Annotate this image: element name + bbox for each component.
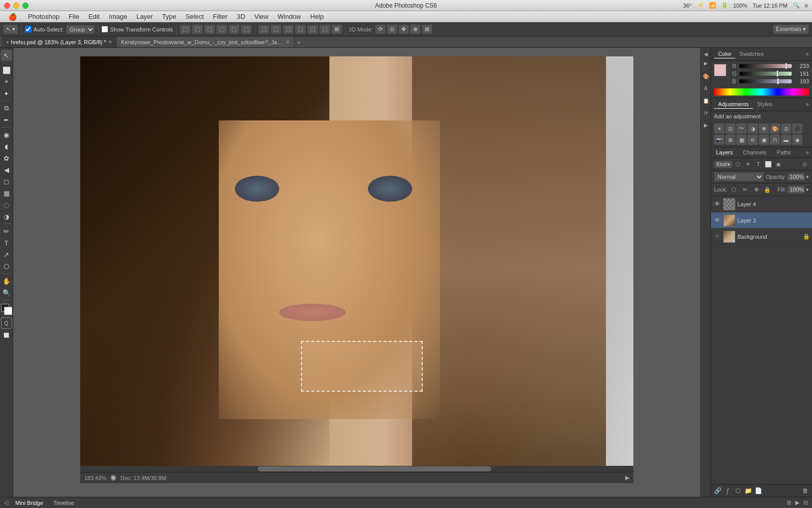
color-lookup-btn[interactable]: ▦ bbox=[736, 135, 747, 145]
tab-styles[interactable]: Styles bbox=[753, 100, 776, 109]
background-color[interactable] bbox=[4, 307, 12, 315]
gradient-tool[interactable]: ▦ bbox=[1, 187, 12, 199]
panel-icon-text[interactable]: A bbox=[702, 84, 710, 92]
eyedropper-tool[interactable]: ✒ bbox=[1, 114, 12, 125]
fill-dropdown-icon[interactable]: ▾ bbox=[806, 186, 809, 193]
shapes-tool[interactable]: ⬡ bbox=[1, 261, 12, 272]
scroll-right-icon[interactable]: ▶ bbox=[625, 474, 629, 481]
fill-value[interactable]: 100% bbox=[787, 185, 805, 194]
crop-tool[interactable]: ⧉ bbox=[1, 103, 12, 114]
layer-item[interactable]: 👁 Layer 3 bbox=[711, 212, 812, 229]
color-balance-btn[interactable]: ⚖ bbox=[781, 123, 791, 134]
hand-tool[interactable]: ✋ bbox=[1, 275, 12, 287]
filter-type-btn[interactable]: T bbox=[754, 160, 763, 169]
levels-btn[interactable]: ⊡ bbox=[725, 123, 735, 134]
clone-stamp-tool[interactable]: ✿ bbox=[1, 152, 12, 164]
menu-photoshop[interactable]: Photoshop bbox=[24, 12, 63, 21]
channel-mixer-btn[interactable]: ⊞ bbox=[725, 135, 735, 145]
tab-paths[interactable]: Paths bbox=[772, 147, 796, 157]
3d-rotate[interactable]: ⟳ bbox=[375, 24, 386, 34]
threshold-btn[interactable]: ⊓ bbox=[770, 135, 780, 145]
delete-layer-btn[interactable]: 🗑 bbox=[801, 486, 810, 495]
new-layer-btn[interactable]: 📄 bbox=[754, 486, 763, 495]
tab-adjustments[interactable]: Adjustments bbox=[714, 100, 753, 109]
active-document-tab[interactable]: ● hrehu.psd @ 183% (Layer 3, RGB/8) * ✕ bbox=[2, 37, 117, 47]
menu-type[interactable]: Type bbox=[158, 12, 180, 21]
panel-icon-history[interactable]: ⟳ bbox=[702, 109, 710, 117]
layer-visibility-toggle[interactable]: 👁 bbox=[713, 216, 721, 225]
adjustments-panel-menu[interactable]: ≡ bbox=[806, 102, 809, 107]
layer-visibility-toggle[interactable]: 👁 bbox=[713, 233, 721, 241]
auto-select-checkbox[interactable] bbox=[25, 26, 31, 33]
apple-menu[interactable]: 🍎 bbox=[4, 12, 21, 22]
lock-pixels-btn[interactable]: ✏ bbox=[740, 185, 750, 194]
menu-window[interactable]: Window bbox=[274, 12, 305, 21]
history-brush-tool[interactable]: ◀ bbox=[1, 164, 12, 175]
menu-edit[interactable]: Edit bbox=[84, 12, 104, 21]
filter-toggle-btn[interactable]: ⊙ bbox=[800, 160, 809, 169]
expand-icon[interactable]: ⊟ bbox=[803, 499, 808, 506]
tab-close-icon-2[interactable]: ✕ bbox=[286, 39, 290, 45]
lock-transparent-btn[interactable]: ⬡ bbox=[729, 185, 738, 194]
screen-mode[interactable]: ⬜ bbox=[1, 330, 12, 341]
search-icon[interactable]: 🔍 bbox=[793, 2, 800, 9]
green-value[interactable]: 191 bbox=[794, 71, 809, 77]
blue-slider[interactable] bbox=[739, 79, 792, 83]
red-slider[interactable] bbox=[739, 64, 792, 68]
blur-tool[interactable]: ◌ bbox=[1, 199, 12, 210]
panel-icon-color[interactable]: 🎨 bbox=[702, 72, 710, 80]
path-selection-tool[interactable]: ↗ bbox=[1, 249, 12, 260]
tab-channels[interactable]: Channels bbox=[738, 147, 771, 157]
foreground-background-colors[interactable] bbox=[1, 304, 12, 315]
align-bottom[interactable]: ⬚ bbox=[204, 24, 215, 34]
3d-slide[interactable]: ⊕ bbox=[410, 24, 421, 34]
curves-btn[interactable]: 〜 bbox=[736, 123, 747, 134]
layer-item[interactable]: 👁 Layer 4 bbox=[711, 196, 812, 212]
tab-color[interactable]: Color bbox=[714, 50, 735, 58]
workspace-switcher[interactable]: Essentials ▾ bbox=[773, 24, 809, 34]
tab-overflow-button[interactable]: » bbox=[294, 37, 303, 47]
distribute-top[interactable]: ⬚ bbox=[258, 24, 269, 34]
panel-strip-btn-1[interactable]: ◀ bbox=[702, 50, 710, 58]
auto-align[interactable]: ⊞ bbox=[331, 24, 342, 34]
add-style-btn[interactable]: ƒ bbox=[723, 486, 732, 495]
selective-color-btn[interactable]: ◉ bbox=[792, 135, 802, 145]
photo-filter-btn[interactable]: 📷 bbox=[714, 135, 724, 145]
mini-bridge-btn[interactable]: Mini Bridge bbox=[12, 499, 46, 506]
green-slider[interactable] bbox=[739, 72, 792, 76]
posterize-btn[interactable]: ▣ bbox=[759, 135, 769, 145]
quick-mask-mode[interactable]: Q bbox=[1, 318, 12, 329]
link-layers-btn[interactable]: 🔗 bbox=[713, 486, 722, 495]
opacity-dropdown-icon[interactable]: ▾ bbox=[806, 174, 809, 180]
panel-strip-btn-2[interactable]: ▶ bbox=[702, 59, 710, 67]
rectangular-marquee-tool[interactable]: ⬜ bbox=[1, 65, 12, 76]
text-tool[interactable]: T bbox=[1, 237, 12, 248]
color-swatch[interactable] bbox=[714, 64, 726, 76]
dodge-tool[interactable]: ◑ bbox=[1, 211, 12, 222]
distribute-right[interactable]: ⬚ bbox=[319, 24, 330, 34]
canvas-area[interactable]: 183.43% 🔘 Doc: 13.4M/30.8M ▶ bbox=[13, 48, 700, 497]
align-right[interactable]: ⬚ bbox=[241, 24, 252, 34]
tab-close-icon[interactable]: ✕ bbox=[108, 39, 112, 45]
red-value[interactable]: 233 bbox=[794, 63, 809, 69]
brush-tool[interactable]: ◖ bbox=[1, 141, 12, 152]
filter-smart-btn[interactable]: ◉ bbox=[774, 160, 783, 169]
magic-wand-tool[interactable]: ✦ bbox=[1, 88, 12, 99]
gradient-map-btn[interactable]: ▬ bbox=[781, 135, 791, 145]
brightness-contrast-btn[interactable]: ☀ bbox=[714, 123, 724, 134]
tab-layers[interactable]: Layers bbox=[711, 147, 738, 157]
align-left[interactable]: ⬚ bbox=[216, 24, 227, 34]
align-top[interactable]: ⬚ bbox=[180, 24, 191, 34]
menu-3d[interactable]: 3D bbox=[232, 12, 249, 21]
3d-pan[interactable]: ✥ bbox=[398, 24, 409, 34]
add-mask-btn[interactable]: ⬡ bbox=[733, 486, 742, 495]
pen-tool[interactable]: ✏ bbox=[1, 226, 12, 237]
opacity-value[interactable]: 100% bbox=[787, 173, 805, 181]
3d-scale[interactable]: ⊞ bbox=[422, 24, 432, 34]
eraser-tool[interactable]: ◻ bbox=[1, 176, 12, 187]
kind-filter-btn[interactable]: Kind ▾ bbox=[714, 161, 732, 168]
inactive-document-tab[interactable]: Keratynowe_Prostowanie_w_Domu_-_czy_jest… bbox=[117, 37, 294, 47]
color-panel-menu[interactable]: ≡ bbox=[806, 51, 809, 57]
align-vcenter[interactable]: ⬚ bbox=[192, 24, 203, 34]
panel-icon-layers[interactable]: 📋 bbox=[702, 97, 710, 105]
